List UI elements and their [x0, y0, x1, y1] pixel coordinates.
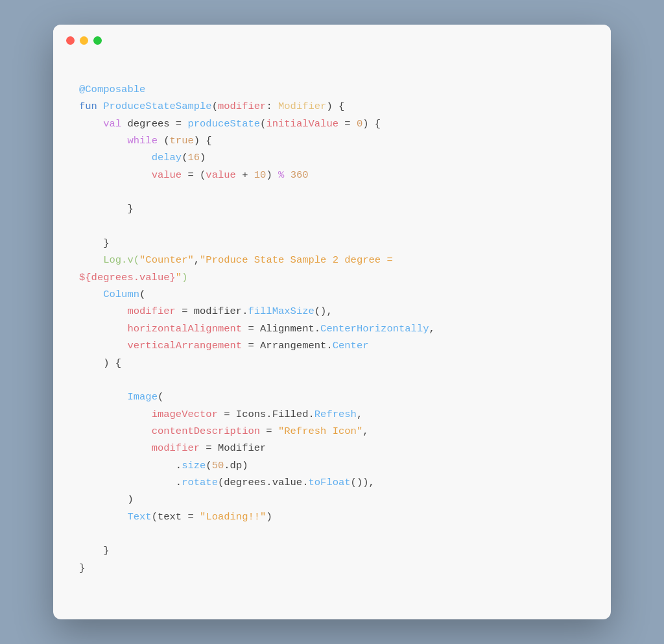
param-modifier2: modifier	[127, 305, 175, 317]
str-loading: "Loading!!"	[200, 511, 266, 523]
close-button[interactable]	[66, 36, 75, 45]
type-modifier: Modifier	[278, 101, 326, 112]
num-10: 10	[254, 169, 267, 181]
func-size: size	[182, 460, 206, 471]
compose-image: Image	[127, 391, 158, 403]
title-bar	[53, 25, 611, 51]
param-v-arrange: verticalArrangement	[127, 340, 242, 352]
str-refresh-icon: "Refresh Icon"	[278, 425, 362, 437]
compose-column: Column	[103, 289, 139, 300]
func-rotate: rotate	[182, 477, 218, 488]
num-50: 50	[212, 460, 224, 471]
maximize-button[interactable]	[93, 36, 102, 45]
log-call: Log.v("Counter","Produce State Sample 2 …	[79, 254, 393, 283]
keyword-while: while	[127, 135, 163, 147]
param-image-vector: imageVector	[152, 409, 218, 420]
minimize-button[interactable]	[80, 36, 88, 45]
arrange-center: Center	[333, 340, 369, 352]
num-360: 360	[290, 169, 309, 181]
value-ref: value	[206, 169, 236, 181]
param-initial: initialValue	[266, 118, 338, 130]
code-window: @Composable fun ProduceStateSample(modif…	[53, 25, 611, 620]
func-delay: delay	[152, 152, 182, 163]
value-assign: value	[152, 169, 182, 181]
function-name: ProduceStateSample	[103, 101, 211, 112]
annotation: @Composable	[79, 84, 145, 95]
op-mod: %	[278, 169, 284, 181]
icon-refresh: Refresh	[314, 409, 357, 420]
param-modifier3: modifier	[152, 442, 200, 454]
param-content-desc: contentDescription	[152, 425, 260, 437]
code-editor: @Composable fun ProduceStateSample(modif…	[53, 51, 611, 620]
align-center-h: CenterHorizontally	[320, 323, 429, 335]
param-modifier: modifier	[218, 101, 266, 112]
func-fill: fillMaxSize	[248, 305, 314, 317]
num-16: 16	[187, 152, 200, 163]
keyword-fun: fun	[79, 101, 103, 112]
param-h-align: horizontalAlignment	[127, 323, 242, 335]
bool-true: true	[170, 135, 194, 147]
func-to-float: toFloat	[308, 477, 350, 488]
num-zero: 0	[357, 118, 362, 130]
compose-text: Text	[127, 511, 151, 523]
func-produce-state: produceState	[187, 118, 260, 130]
keyword-val: val	[103, 118, 127, 130]
